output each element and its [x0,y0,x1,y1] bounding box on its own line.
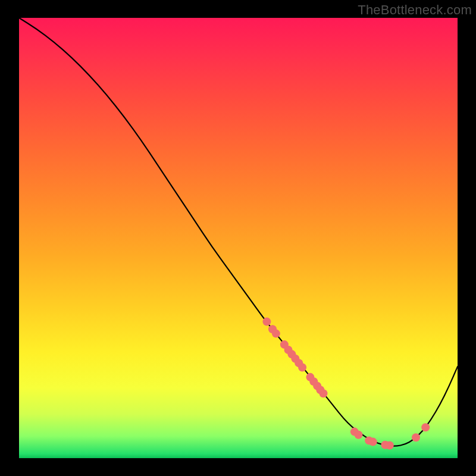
data-point-cluster-c-5 [319,389,327,397]
data-point-cluster-a-1 [262,318,271,326]
data-point-rise-2 [421,423,430,431]
plot-area [19,18,458,458]
data-point-cluster-b-6 [298,364,306,372]
data-point-valley-2 [354,431,362,439]
data-point-cluster-a-3 [272,330,280,338]
data-point-rise-1 [412,433,420,441]
data-points [262,318,430,450]
curve-svg [19,18,458,458]
watermark-text: TheBottleneck.com [358,2,472,18]
bottleneck-curve [19,18,458,446]
data-point-valley-6 [386,441,394,450]
chart-stage: TheBottleneck.com [0,0,476,476]
data-point-valley-4 [369,438,377,446]
